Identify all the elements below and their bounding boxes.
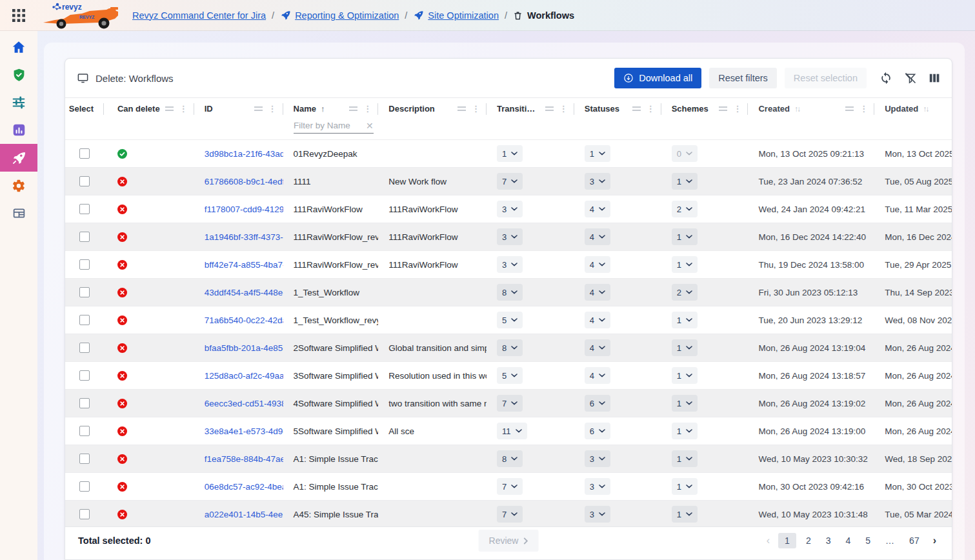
schemes-dropdown[interactable]: 1: [672, 228, 698, 245]
breadcrumb-link-command-center[interactable]: Revyz Command Center for Jira: [132, 10, 266, 21]
revyz-logo[interactable]: revyz REVYZ: [37, 1, 125, 30]
review-button[interactable]: Review: [479, 530, 539, 552]
sidebar-item-analytics[interactable]: [0, 116, 37, 144]
workflow-id-link[interactable]: 125d8ac0-af2c-49aa-b: [205, 371, 283, 381]
filter-handle-icon[interactable]: [545, 106, 554, 111]
pagination-page-3[interactable]: 3: [821, 533, 836, 548]
statuses-dropdown[interactable]: 3: [585, 478, 610, 495]
transitions-dropdown[interactable]: 5: [497, 312, 523, 328]
refresh-icon[interactable]: [880, 72, 892, 85]
row-checkbox[interactable]: [79, 343, 90, 353]
column-header-schemes[interactable]: Schemes ⋮: [661, 98, 749, 119]
statuses-dropdown[interactable]: 3: [585, 173, 610, 190]
row-checkbox[interactable]: [79, 148, 90, 159]
row-checkbox[interactable]: [79, 481, 90, 492]
statuses-dropdown[interactable]: 4: [585, 228, 610, 245]
transitions-dropdown[interactable]: 3: [497, 228, 523, 245]
sidebar-item-boards[interactable]: [0, 199, 37, 227]
schemes-dropdown[interactable]: 1: [672, 256, 698, 273]
sidebar-item-site-optimization[interactable]: [0, 144, 37, 172]
sidebar-item-home[interactable]: [0, 33, 37, 61]
workflow-id-link[interactable]: bff42e74-a855-4ba7-8: [205, 260, 283, 270]
workflow-id-link[interactable]: a022e401-14b5-4ee1-a: [205, 510, 283, 519]
schemes-dropdown[interactable]: 2: [672, 201, 698, 217]
workflow-id-link[interactable]: f1ea758e-884b-47ae-a: [205, 454, 283, 464]
schemes-dropdown[interactable]: 1: [672, 367, 698, 384]
workflow-id-link[interactable]: 61786608-b9c1-4edf-a: [205, 177, 283, 186]
filter-handle-icon[interactable]: [845, 106, 854, 111]
filter-handle-icon[interactable]: [254, 106, 263, 111]
workflow-id-link[interactable]: 6eecc3ed-cd51-4938-8: [205, 399, 283, 408]
workflow-id-link[interactable]: 43ddf454-a4f5-448e-a: [205, 288, 283, 297]
breadcrumb-link-site-optimization[interactable]: Site Optimization: [428, 10, 499, 21]
breadcrumb-link-reporting-optimization[interactable]: Reporting & Optimization: [295, 10, 399, 21]
transitions-dropdown[interactable]: 7: [497, 506, 523, 523]
sidebar-item-security[interactable]: [0, 61, 37, 88]
statuses-dropdown[interactable]: 4: [585, 367, 610, 384]
transitions-dropdown[interactable]: 8: [497, 450, 523, 467]
column-header-name[interactable]: Name ↑ ⋮: [283, 98, 379, 119]
name-filter-input[interactable]: [294, 121, 361, 130]
transitions-dropdown[interactable]: 7: [497, 478, 523, 495]
transitions-dropdown[interactable]: 7: [497, 173, 523, 190]
sidebar-item-settings[interactable]: [0, 172, 37, 199]
row-checkbox[interactable]: [79, 370, 90, 381]
workflow-id-link[interactable]: f1178007-cdd9-4129-a: [205, 205, 283, 214]
schemes-dropdown[interactable]: 1: [672, 339, 698, 356]
clear-filter-icon[interactable]: ✕: [366, 121, 374, 130]
row-checkbox[interactable]: [79, 454, 90, 464]
workflow-id-link[interactable]: 06e8dc57-ac92-4bea-b: [205, 482, 283, 492]
schemes-dropdown[interactable]: 1: [672, 506, 698, 523]
column-menu-icon[interactable]: ⋮: [179, 105, 188, 113]
row-checkbox[interactable]: [79, 509, 90, 519]
pagination-page-67[interactable]: 67: [904, 533, 925, 548]
column-menu-icon[interactable]: ⋮: [733, 105, 741, 113]
column-header-can-delete[interactable]: Can delete ⋮: [104, 98, 194, 119]
column-header-id[interactable]: ID ⋮: [194, 98, 283, 119]
row-checkbox[interactable]: [79, 398, 90, 408]
row-checkbox[interactable]: [79, 315, 90, 325]
column-menu-icon[interactable]: ⋮: [472, 105, 480, 113]
statuses-dropdown[interactable]: 1: [585, 145, 610, 162]
schemes-dropdown[interactable]: 0: [672, 145, 698, 162]
columns-icon[interactable]: [929, 72, 940, 84]
row-checkbox[interactable]: [79, 204, 90, 214]
statuses-dropdown[interactable]: 4: [585, 284, 610, 301]
filter-handle-icon[interactable]: [349, 106, 357, 111]
transitions-dropdown[interactable]: 7: [497, 395, 523, 412]
workflow-id-link[interactable]: bfaa5fbb-201a-4e85-9: [205, 343, 283, 353]
reset-filters-button[interactable]: Reset filters: [709, 68, 777, 88]
workflow-id-link[interactable]: 3d98bc1a-21f6-43ad-b: [205, 149, 283, 159]
transitions-dropdown[interactable]: 3: [497, 256, 523, 273]
statuses-dropdown[interactable]: 6: [585, 423, 610, 439]
row-checkbox[interactable]: [79, 232, 90, 242]
download-all-button[interactable]: Download all: [614, 68, 701, 88]
transitions-dropdown[interactable]: 11: [497, 423, 527, 439]
schemes-dropdown[interactable]: 1: [672, 450, 698, 467]
filter-handle-icon[interactable]: [165, 106, 174, 111]
column-menu-icon[interactable]: ⋮: [647, 105, 655, 113]
row-checkbox[interactable]: [79, 176, 90, 186]
row-checkbox[interactable]: [79, 426, 90, 436]
pagination-next-icon[interactable]: ›: [929, 535, 940, 546]
column-header-statuses[interactable]: Statuses ⋮: [574, 98, 661, 119]
transitions-dropdown[interactable]: 1: [497, 145, 523, 162]
workflow-id-link[interactable]: 33e8a4e1-e573-4d9c-9: [205, 426, 283, 436]
pagination-page-1[interactable]: 1: [778, 533, 796, 548]
column-header-description[interactable]: Description ⋮: [378, 98, 487, 119]
schemes-dropdown[interactable]: 1: [672, 478, 698, 495]
schemes-dropdown[interactable]: 1: [672, 173, 698, 190]
schemes-dropdown[interactable]: 1: [672, 423, 698, 439]
sidebar-item-controls[interactable]: [0, 88, 37, 116]
statuses-dropdown[interactable]: 3: [585, 450, 610, 467]
transitions-dropdown[interactable]: 8: [497, 339, 523, 356]
schemes-dropdown[interactable]: 2: [672, 284, 698, 301]
column-header-transitions[interactable]: Transitions ⋮: [487, 98, 574, 119]
schemes-dropdown[interactable]: 1: [672, 312, 698, 328]
row-checkbox[interactable]: [79, 287, 90, 297]
column-menu-icon[interactable]: ⋮: [363, 105, 372, 113]
statuses-dropdown[interactable]: 4: [585, 256, 610, 273]
workflow-id-link[interactable]: 71a6b540-0c22-42da-b: [205, 315, 283, 325]
reset-selection-button[interactable]: Reset selection: [785, 68, 867, 88]
column-menu-icon[interactable]: ⋮: [859, 105, 868, 113]
